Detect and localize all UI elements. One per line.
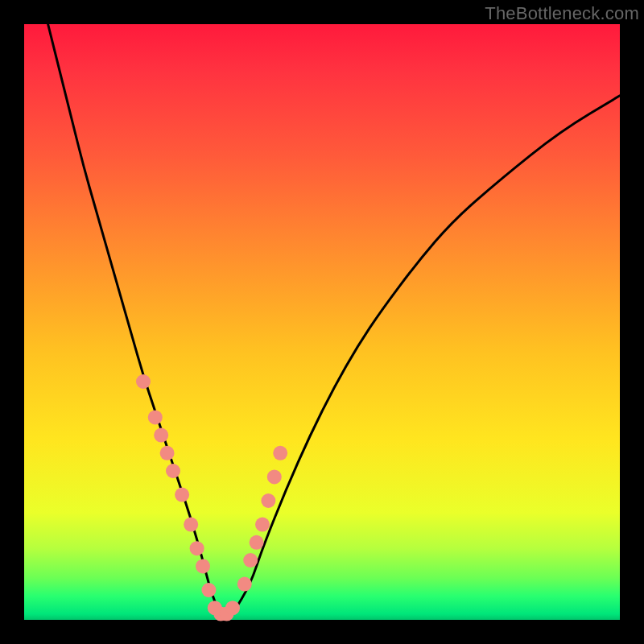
marker-dot [250, 535, 264, 550]
marker-dot [237, 577, 252, 592]
chart-svg [24, 24, 620, 620]
marker-dot [148, 410, 163, 424]
marker-dot [201, 583, 216, 597]
marker-dot [184, 518, 198, 532]
chart-frame: TheBottleneck.com [0, 0, 644, 644]
marker-dot [136, 374, 151, 389]
marker-dot [154, 428, 168, 443]
marker-dot [243, 553, 258, 568]
marker-dot [190, 541, 204, 555]
marker-dot [255, 518, 270, 532]
highlighted-points [136, 374, 287, 621]
marker-dot [175, 488, 189, 502]
marker-dot [261, 493, 275, 508]
marker-dot [267, 469, 282, 484]
marker-dot [273, 446, 287, 460]
marker-dot [225, 601, 240, 615]
marker-dot [196, 559, 210, 573]
marker-dot [166, 464, 180, 478]
curve-path [48, 24, 620, 618]
curve-line [48, 24, 620, 618]
marker-dot [160, 446, 175, 460]
watermark-text: TheBottleneck.com [485, 3, 639, 24]
